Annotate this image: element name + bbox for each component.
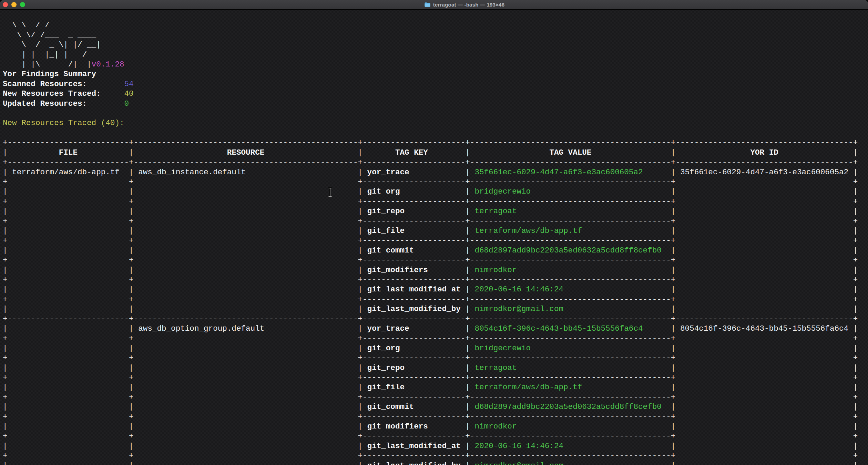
window-title: terragoat — -bash — 193×46 <box>433 2 504 8</box>
folder-icon <box>424 2 431 7</box>
terminal-window: terragoat — -bash — 193×46 __ __ \ \ / /… <box>0 0 868 465</box>
titlebar-title-group: terragoat — -bash — 193×46 <box>30 0 868 9</box>
titlebar[interactable]: terragoat — -bash — 193×46 <box>0 0 868 10</box>
terminal-output: __ __ \ \ / / \ \/ /___ _ ____ \ / _ \| … <box>3 11 858 465</box>
zoom-button[interactable] <box>20 2 25 7</box>
minimize-button[interactable] <box>11 2 17 7</box>
close-button[interactable] <box>3 2 8 7</box>
terminal-screen[interactable]: __ __ \ \ / / \ \/ /___ _ ____ \ / _ \| … <box>0 10 868 465</box>
traffic-lights <box>3 0 25 9</box>
